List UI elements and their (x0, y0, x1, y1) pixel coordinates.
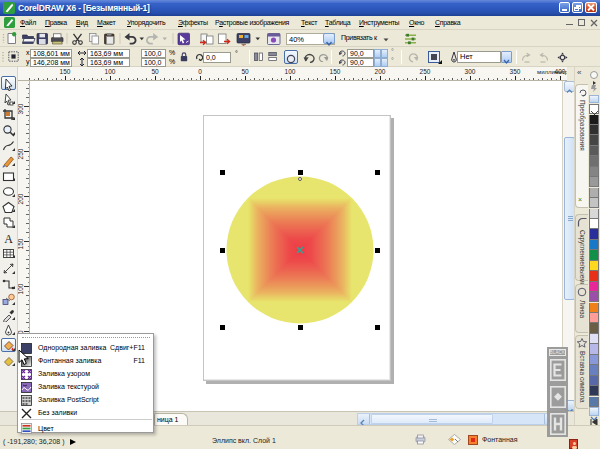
svg-text:A: A (4, 232, 13, 245)
